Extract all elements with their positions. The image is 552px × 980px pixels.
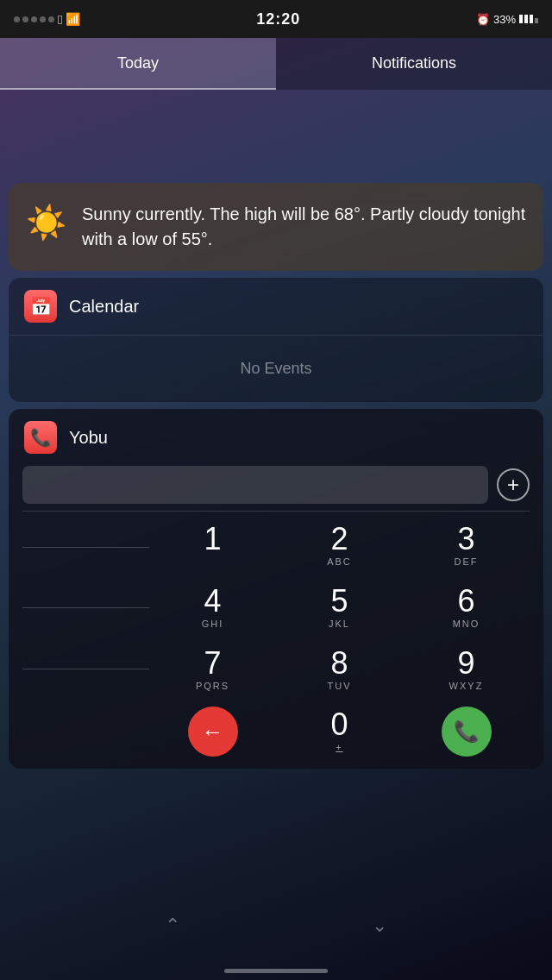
contact-line-1 bbox=[22, 547, 149, 548]
bar1 bbox=[519, 15, 523, 23]
weather-widget: ☀️ Sunny currently. The high will be 68°… bbox=[9, 183, 543, 271]
status-right: ⏰ 33% bbox=[476, 13, 538, 26]
yobu-widget: 📞 Yobu + 1 bbox=[9, 409, 543, 769]
signal-dot-5 bbox=[48, 16, 54, 22]
tab-today[interactable]: Today bbox=[0, 38, 276, 90]
dialer-input[interactable] bbox=[22, 466, 488, 504]
key-3[interactable]: 3 DEF bbox=[403, 515, 530, 577]
battery-percent: 33% bbox=[493, 13, 516, 26]
nav-down-arrow[interactable]: ⌄ bbox=[372, 914, 387, 937]
key-5[interactable]: 5 JKL bbox=[276, 577, 403, 639]
call-button[interactable]: 📞 bbox=[442, 707, 492, 757]
key-4[interactable]: 4 GHI bbox=[149, 577, 276, 639]
home-indicator[interactable] bbox=[224, 969, 328, 973]
bar4 bbox=[535, 18, 538, 23]
battery-icon bbox=[519, 15, 538, 23]
status-bar:  📶 12:20 ⏰ 33% bbox=[0, 0, 552, 38]
yobu-icon: 📞 bbox=[24, 421, 57, 454]
key-1[interactable]: 1 bbox=[149, 515, 276, 577]
yobu-title: Yobu bbox=[69, 428, 108, 448]
dialer-actions: ← 0 + 📞 bbox=[22, 701, 530, 758]
calendar-header: 📅 Calendar bbox=[9, 278, 543, 336]
signal-dot-4 bbox=[40, 16, 46, 22]
apple-icon:  bbox=[58, 12, 62, 27]
key-0[interactable]: 0 + bbox=[276, 709, 403, 754]
key-2[interactable]: 2 ABC bbox=[276, 515, 403, 577]
wifi-icon: 📶 bbox=[66, 12, 80, 26]
dialer: + 1 2 ABC bbox=[9, 462, 543, 769]
nav-up-arrow[interactable]: ⌃ bbox=[165, 914, 180, 937]
signal-dot-2 bbox=[22, 16, 28, 22]
yobu-header: 📞 Yobu bbox=[9, 409, 543, 462]
key-8[interactable]: 8 TUV bbox=[276, 639, 403, 701]
add-contact-button[interactable]: + bbox=[497, 468, 530, 501]
calendar-no-events: No Events bbox=[9, 336, 543, 402]
sun-icon: ☀️ bbox=[26, 204, 66, 242]
weather-text: Sunny currently. The high will be 68°. P… bbox=[82, 202, 526, 252]
key-6[interactable]: 6 MNO bbox=[403, 577, 530, 639]
calendar-title: Calendar bbox=[69, 297, 139, 317]
backspace-arrow-icon: ← bbox=[202, 719, 224, 745]
key-7[interactable]: 7 PQRS bbox=[149, 639, 276, 701]
alarm-icon: ⏰ bbox=[476, 13, 490, 26]
calendar-icon: 📅 bbox=[24, 290, 57, 323]
dialer-keys: 1 2 ABC 3 DEF 4 GHI bbox=[22, 515, 530, 701]
dialer-input-row: + bbox=[22, 466, 530, 504]
contact-line-2 bbox=[22, 607, 149, 608]
contact-line-3 bbox=[22, 669, 149, 669]
bar3 bbox=[530, 15, 533, 23]
signal-dot-3 bbox=[31, 16, 37, 22]
nav-arrows: ⌃ ⌄ bbox=[0, 914, 552, 937]
numpad: 1 2 ABC 3 DEF 4 GHI bbox=[149, 515, 530, 701]
status-left:  📶 bbox=[14, 12, 80, 27]
signal-dot-1 bbox=[14, 16, 20, 22]
tab-notifications[interactable]: Notifications bbox=[276, 38, 552, 90]
backspace-button[interactable]: ← bbox=[188, 707, 238, 757]
key-9[interactable]: 9 WXYZ bbox=[403, 639, 530, 701]
phone-icon: 📞 bbox=[454, 719, 480, 744]
clock: 12:20 bbox=[256, 10, 300, 28]
tab-bar: Today Notifications bbox=[0, 38, 552, 90]
calendar-widget: 📅 Calendar No Events bbox=[9, 278, 543, 402]
signal-dots bbox=[14, 16, 54, 22]
dialer-separator bbox=[22, 511, 530, 512]
bar2 bbox=[524, 15, 528, 23]
contact-lines bbox=[22, 515, 149, 701]
